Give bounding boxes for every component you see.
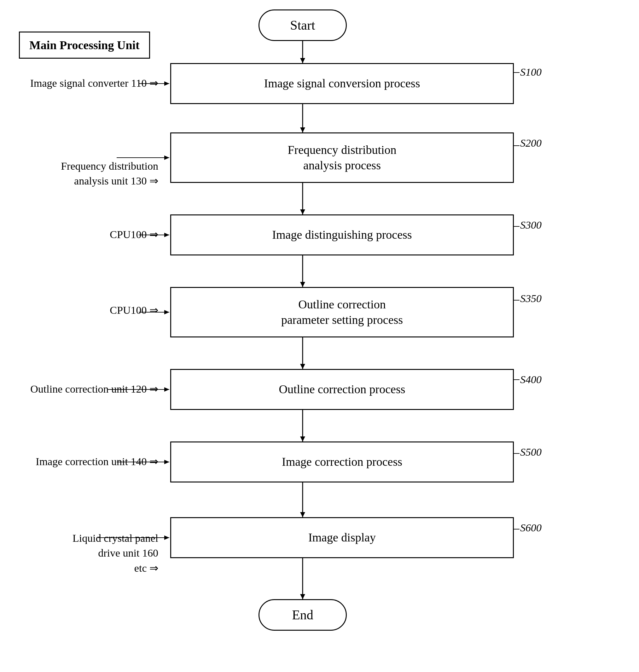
step-label-s600: S600 <box>520 522 542 534</box>
left-label-s200: Frequency distribution analysis unit 130… <box>61 143 158 188</box>
process-label-s500: Image correction process <box>282 454 402 470</box>
svg-marker-30 <box>164 310 169 315</box>
process-label-s200: Frequency distribution analysis process <box>287 142 396 173</box>
svg-marker-1 <box>300 58 305 63</box>
left-label-s500: Image correction unit 140 ⇒ <box>36 454 158 469</box>
svg-marker-13 <box>300 512 305 517</box>
svg-marker-3 <box>300 127 305 133</box>
process-label-s400: Outline correction process <box>279 382 405 397</box>
main-processing-unit-box: Main Processing Unit <box>19 32 150 59</box>
svg-marker-24 <box>164 81 169 86</box>
svg-marker-28 <box>164 233 169 237</box>
end-terminal: End <box>259 599 347 631</box>
step-label-s200: S200 <box>520 137 542 149</box>
svg-marker-15 <box>300 594 305 599</box>
step-label-s400: S400 <box>520 374 542 386</box>
process-box-s350: Outline correction parameter setting pro… <box>170 287 514 337</box>
process-box-s300: Image distinguishing process <box>170 214 514 256</box>
process-label-s100: Image signal conversion process <box>264 76 420 91</box>
diagram-container: Main Processing Unit Start Image signal … <box>0 0 639 672</box>
start-terminal: Start <box>259 10 347 41</box>
svg-marker-9 <box>300 364 305 369</box>
step-label-s500: S500 <box>520 446 542 458</box>
svg-marker-5 <box>300 209 305 214</box>
svg-marker-34 <box>164 460 169 464</box>
process-box-s200: Frequency distribution analysis process <box>170 133 514 183</box>
process-label-s300: Image distinguishing process <box>272 227 412 243</box>
left-label-s400: Outline correction unit 120 ⇒ <box>30 382 158 397</box>
process-box-s100: Image signal conversion process <box>170 63 514 104</box>
process-label-s600: Image display <box>308 530 376 545</box>
process-box-s500: Image correction process <box>170 442 514 483</box>
svg-marker-26 <box>164 155 169 160</box>
step-label-s350: S350 <box>520 293 542 305</box>
step-label-s100: S100 <box>520 66 542 78</box>
step-label-s300: S300 <box>520 219 542 231</box>
svg-marker-11 <box>300 437 305 442</box>
svg-marker-32 <box>164 387 169 392</box>
svg-marker-7 <box>300 282 305 287</box>
svg-marker-36 <box>164 535 169 540</box>
process-box-s600: Image display <box>170 517 514 558</box>
left-label-s100: Image signal converter 110 ⇒ <box>30 76 158 91</box>
process-box-s400: Outline correction process <box>170 369 514 410</box>
process-label-s350: Outline correction parameter setting pro… <box>281 297 403 328</box>
left-label-s300: CPU100 ⇒ <box>110 227 158 242</box>
left-label-s600: Liquid crystal panel drive unit 160 etc … <box>73 516 158 576</box>
left-label-s350: CPU100 ⇒ <box>110 303 158 318</box>
